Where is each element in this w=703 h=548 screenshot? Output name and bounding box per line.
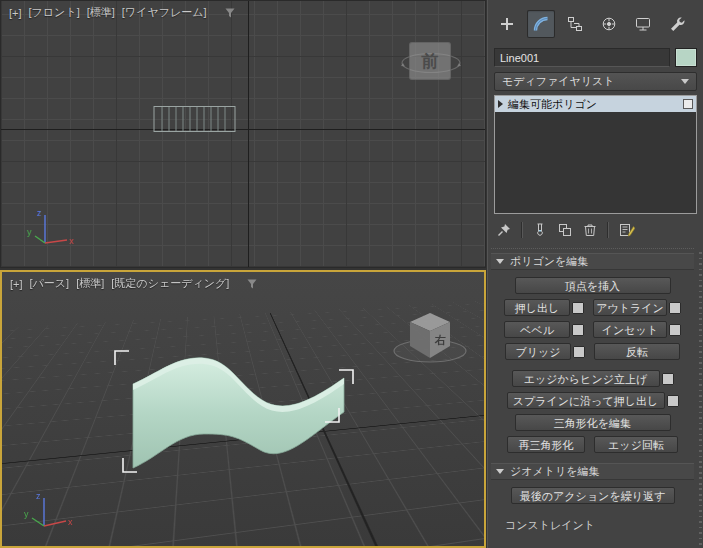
extrude-along-spline-settings-button[interactable]	[667, 395, 679, 407]
persp-pov-menu[interactable]: [パース]	[30, 276, 70, 291]
motion-tab[interactable]	[595, 10, 623, 38]
front-general-menu[interactable]: [+]	[9, 7, 22, 19]
persp-general-menu[interactable]: [+]	[10, 278, 23, 290]
inset-settings-button[interactable]	[669, 324, 681, 336]
bevel-settings-button[interactable]	[572, 324, 584, 336]
world-axis-tripod-front: z x y	[23, 205, 79, 249]
outline-button[interactable]: アウトライン	[593, 299, 667, 316]
svg-text:y: y	[24, 509, 29, 519]
persp-shading-menu[interactable]: [既定のシェーディング]	[111, 276, 229, 291]
svg-text:x: x	[68, 517, 73, 527]
rollout-edit-geometry-body: 最後のアクションを繰り返す コンストレイント	[491, 480, 694, 539]
viewcube-front[interactable]: 前	[401, 39, 463, 87]
create-tab[interactable]	[493, 10, 521, 38]
viewport-front-label-bar: [+] [フロント] [標準] [ワイヤフレーム]	[9, 5, 236, 20]
trash-icon	[582, 222, 598, 238]
object-front-face	[133, 358, 344, 468]
pin-stack-button[interactable]	[496, 222, 512, 238]
toolbar-separator	[521, 222, 523, 238]
turn-edge-button[interactable]: エッジ回転	[594, 436, 678, 453]
chevron-down-icon	[496, 469, 504, 474]
modifier-stack[interactable]: 編集可能ポリゴン	[494, 95, 697, 214]
repeat-last-button[interactable]: 最後のアクションを繰り返す	[511, 487, 675, 504]
rollout-edit-polygons-header[interactable]: ポリゴンを編集	[491, 253, 694, 270]
expand-arrow-icon[interactable]	[498, 100, 503, 108]
configure-modifier-sets-button[interactable]	[618, 222, 635, 238]
front-grid-vertical-axis	[248, 1, 249, 267]
modifier-list-label: モディファイヤリスト	[502, 74, 615, 89]
panel-scroll-gutter[interactable]	[699, 250, 702, 545]
persp-per-view-filter-icon[interactable]	[246, 278, 258, 290]
hinge-from-edge-settings-button[interactable]	[662, 373, 674, 385]
editable-poly-icon	[683, 99, 693, 109]
object-name-row	[494, 48, 698, 67]
object-name-field[interactable]	[494, 48, 670, 67]
motion-wheel-icon	[600, 15, 618, 33]
command-panel-tabs	[493, 10, 691, 38]
constraints-label: コンストレイント	[505, 518, 694, 533]
command-panel: モディファイヤリスト 編集可能ポリゴン	[487, 0, 703, 548]
spline-wireframe-object[interactable]	[153, 103, 237, 135]
front-per-view-filter-icon[interactable]	[224, 7, 236, 19]
svg-text:y: y	[27, 227, 32, 237]
modifier-stack-toolbar	[496, 219, 635, 241]
viewcube-persp-face-label: 右	[434, 334, 446, 346]
rollout-edit-geometry-title: ジオメトリを編集	[510, 464, 600, 479]
retriangulate-button[interactable]: 再三角形化	[507, 436, 585, 453]
extrude-settings-button[interactable]	[572, 302, 584, 314]
remove-modifier-button[interactable]	[582, 222, 598, 238]
bridge-button[interactable]: ブリッジ	[505, 343, 571, 360]
create-plus-icon	[498, 15, 516, 33]
rollout-edit-polygons-body: 頂点を挿入 押し出し アウトライン ベベル	[491, 270, 694, 459]
viewport-perspective[interactable]: [+] [パース] [標準] [既定のシェーディング] 右 z x y	[0, 270, 486, 548]
persp-standard-menu[interactable]: [標準]	[76, 276, 104, 291]
object-color-swatch[interactable]	[675, 48, 697, 67]
modifier-stack-item-label: 編集可能ポリゴン	[508, 97, 597, 112]
modify-bend-icon	[532, 15, 550, 33]
duplicate-squares-icon	[557, 222, 573, 238]
viewport-front[interactable]: [+] [フロント] [標準] [ワイヤフレーム] 前 z x y	[0, 0, 486, 268]
edit-triangulation-button[interactable]: 三角形化を編集	[515, 414, 671, 431]
rollout-area: ポリゴンを編集 頂点を挿入 押し出し アウトライン	[491, 248, 694, 548]
3dsmax-window: [+] [フロント] [標準] [ワイヤフレーム] 前 z x y	[0, 0, 703, 548]
test-tube-icon	[532, 222, 548, 238]
hierarchy-icon	[566, 15, 584, 33]
hinge-from-edge-button[interactable]: エッジからヒンジ立上げ	[512, 370, 660, 387]
viewcube-perspective[interactable]: 右	[390, 298, 470, 374]
extrude-along-spline-button[interactable]: スプラインに沿って押し出し	[507, 392, 665, 409]
utilities-tab[interactable]	[663, 10, 691, 38]
extrude-button[interactable]: 押し出し	[504, 299, 570, 316]
make-unique-button[interactable]	[557, 222, 573, 238]
show-end-result-button[interactable]	[532, 222, 548, 238]
bevel-button[interactable]: ベベル	[504, 321, 570, 338]
front-shading-menu[interactable]: [ワイヤフレーム]	[122, 5, 207, 20]
viewcube-front-face[interactable]: 前	[409, 42, 451, 80]
rollout-edit-geometry-header[interactable]: ジオメトリを編集	[491, 463, 694, 480]
bridge-settings-button[interactable]	[573, 346, 585, 358]
modify-tab[interactable]	[527, 10, 555, 38]
front-pov-menu[interactable]: [フロント]	[29, 5, 80, 20]
insert-vertex-button[interactable]: 頂点を挿入	[515, 277, 671, 294]
outline-settings-button[interactable]	[669, 302, 681, 314]
dropdown-arrow-icon	[681, 79, 689, 84]
world-axis-tripod-persp: z x y	[22, 488, 78, 532]
rollout-edit-polygons-title: ポリゴンを編集	[510, 254, 588, 269]
display-tab[interactable]	[629, 10, 657, 38]
viewport-perspective-label-bar: [+] [パース] [標準] [既定のシェーディング]	[10, 276, 258, 291]
front-standard-menu[interactable]: [標準]	[87, 5, 115, 20]
utilities-wrench-icon	[668, 15, 686, 33]
modifier-stack-item-editable-poly[interactable]: 編集可能ポリゴン	[495, 96, 696, 112]
front-grid-horizontal-axis	[1, 129, 485, 130]
chevron-down-icon	[496, 259, 504, 264]
flip-button[interactable]: 反転	[594, 343, 680, 360]
svg-text:z: z	[37, 208, 42, 218]
toolbar-separator	[607, 222, 609, 238]
configure-sets-icon	[618, 222, 635, 238]
svg-text:x: x	[69, 236, 74, 246]
hierarchy-tab[interactable]	[561, 10, 589, 38]
pin-icon	[496, 222, 512, 238]
svg-text:z: z	[36, 491, 41, 501]
display-monitor-icon	[634, 15, 652, 33]
modifier-list-dropdown[interactable]: モディファイヤリスト	[494, 72, 697, 91]
inset-button[interactable]: インセット	[593, 321, 667, 338]
